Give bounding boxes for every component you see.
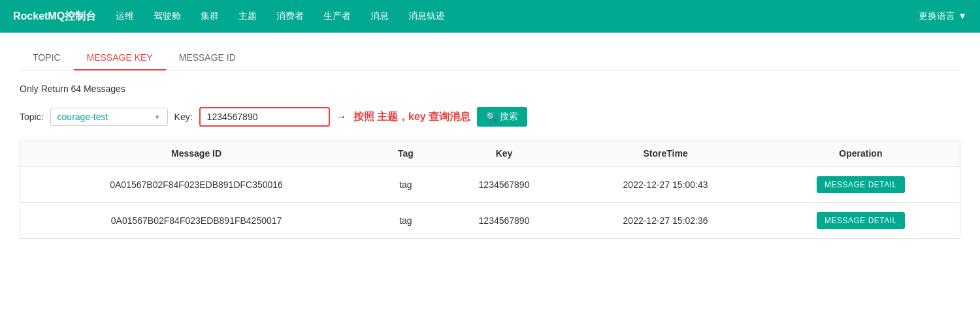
col-message-id: Message ID bbox=[20, 140, 372, 167]
table-row: 0A01567B02F84F023EDB891FB4250017 tag 123… bbox=[20, 203, 960, 239]
cell-operation-0: MESSAGE DETAIL bbox=[762, 167, 960, 203]
navbar-item-xiaoxiguiji[interactable]: 消息轨迹 bbox=[408, 8, 445, 25]
message-detail-button-1[interactable]: MESSAGE DETAIL bbox=[817, 212, 905, 229]
col-operation: Operation bbox=[762, 140, 960, 167]
table-header-row: Message ID Tag Key StoreTime Operation bbox=[20, 140, 960, 167]
cell-operation-1: MESSAGE DETAIL bbox=[762, 203, 960, 239]
tabs-container: TOPIC MESSAGE KEY MESSAGE ID bbox=[20, 46, 960, 70]
cell-message-id-0: 0A01567B02F84F023EDB891DFC350016 bbox=[20, 167, 372, 203]
topic-select[interactable]: courage-test ▼ bbox=[50, 108, 168, 126]
arrow-icon: → bbox=[336, 111, 347, 123]
cell-tag-1: tag bbox=[372, 203, 439, 239]
topic-select-arrow: ▼ bbox=[154, 114, 161, 121]
key-label: Key: bbox=[174, 112, 193, 122]
messages-table: Message ID Tag Key StoreTime Operation 0… bbox=[20, 140, 960, 238]
navbar-item-jiqun[interactable]: 集群 bbox=[201, 8, 219, 25]
tab-topic[interactable]: TOPIC bbox=[20, 46, 74, 70]
navbar-item-jiashicang[interactable]: 驾驶舱 bbox=[154, 8, 181, 25]
message-detail-button-0[interactable]: MESSAGE DETAIL bbox=[817, 176, 905, 193]
main-content: TOPIC MESSAGE KEY MESSAGE ID Only Return… bbox=[0, 33, 980, 252]
subtitle: Only Return 64 Messages bbox=[20, 84, 960, 94]
navbar-item-xiaofei[interactable]: 消费者 bbox=[276, 8, 304, 25]
navbar-item-zhuti[interactable]: 主题 bbox=[238, 8, 257, 25]
topic-select-value: courage-test bbox=[57, 112, 108, 122]
topic-label: Topic: bbox=[20, 112, 44, 122]
cell-key-1: 1234567890 bbox=[439, 203, 570, 239]
navbar: RocketMQ控制台 运维 驾驶舱 集群 主题 消费者 生产者 消息 消息轨迹… bbox=[0, 0, 980, 33]
navbar-item-yunwei[interactable]: 运维 bbox=[116, 8, 134, 25]
navbar-lang[interactable]: 更换语言 ▼ bbox=[919, 10, 967, 22]
cell-storetime-1: 2022-12-27 15:02:36 bbox=[569, 203, 761, 239]
tab-message-key[interactable]: MESSAGE KEY bbox=[74, 46, 166, 70]
cell-message-id-1: 0A01567B02F84F023EDB891FB4250017 bbox=[20, 203, 372, 239]
search-icon: 🔍 bbox=[486, 112, 497, 122]
tab-message-id[interactable]: MESSAGE ID bbox=[166, 46, 249, 70]
search-bar: Topic: courage-test ▼ Key: → 按照 主题，key 查… bbox=[20, 107, 960, 127]
search-button[interactable]: 🔍 搜索 bbox=[477, 107, 527, 127]
col-key: Key bbox=[439, 140, 570, 167]
cell-tag-0: tag bbox=[372, 167, 439, 203]
navbar-items: 运维 驾驶舱 集群 主题 消费者 生产者 消息 消息轨迹 bbox=[116, 8, 919, 25]
table-container: Message ID Tag Key StoreTime Operation 0… bbox=[20, 140, 960, 239]
navbar-item-shengchan[interactable]: 生产者 bbox=[323, 8, 351, 25]
table-row: 0A01567B02F84F023EDB891DFC350016 tag 123… bbox=[20, 167, 960, 203]
navbar-brand: RocketMQ控制台 bbox=[13, 10, 96, 23]
cell-storetime-0: 2022-12-27 15:00:43 bbox=[569, 167, 761, 203]
cell-key-0: 1234567890 bbox=[439, 167, 570, 203]
navbar-item-xiaxi[interactable]: 消息 bbox=[370, 8, 389, 25]
search-btn-label: 搜索 bbox=[500, 111, 518, 123]
key-input[interactable] bbox=[199, 107, 330, 127]
hint-text: 按照 主题，key 查询消息 bbox=[353, 110, 471, 124]
col-tag: Tag bbox=[372, 140, 439, 167]
col-storetime: StoreTime bbox=[569, 140, 761, 167]
